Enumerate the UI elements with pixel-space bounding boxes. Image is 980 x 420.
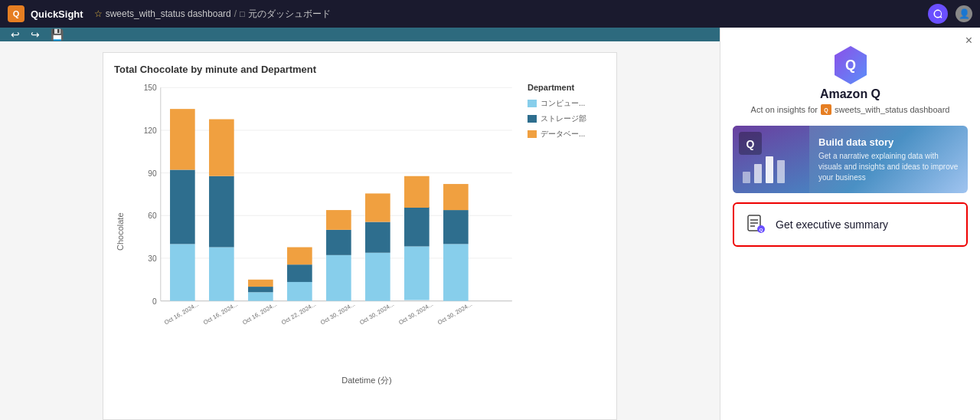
svg-text:Q: Q (760, 228, 763, 232)
svg-rect-52 (766, 156, 773, 183)
svg-rect-42 (443, 244, 469, 300)
svg-rect-23 (248, 287, 273, 292)
svg-text:Oct 16, 2024...: Oct 16, 2024... (241, 300, 278, 326)
svg-rect-35 (365, 222, 390, 253)
legend-title: Department (528, 83, 604, 92)
svg-text:Oct 22, 2024...: Oct 22, 2024... (280, 300, 317, 326)
svg-rect-43 (443, 210, 469, 244)
svg-rect-40 (404, 176, 430, 208)
toolbar: ↩ ↪ 💾 (0, 28, 720, 41)
breadcrumb: ☆ sweets_with_status dashboard / □ 元のダッシ… (94, 8, 331, 21)
close-button[interactable]: × (965, 34, 972, 48)
svg-text:120: 120 (144, 126, 157, 135)
breadcrumb-sep: / (234, 8, 237, 19)
quicksight-logo: Q (8, 5, 24, 22)
q-subtitle-icon: Q (821, 104, 831, 115)
card-build-content: Build data story Get a narrative explain… (809, 126, 968, 193)
brand-name: QuickSight (31, 8, 83, 20)
redo-button[interactable]: ↪ (28, 28, 43, 41)
q-subtitle: Act on insights for Q sweets_with_status… (751, 104, 950, 115)
topbar: Q QuickSight ☆ sweets_with_status dashbo… (0, 0, 980, 28)
svg-rect-27 (287, 264, 312, 282)
executive-summary-icon: Q (745, 214, 766, 235)
svg-text:30: 30 (148, 254, 157, 263)
svg-text:Oct 30, 2024...: Oct 30, 2024... (436, 300, 473, 326)
chart-inner: 150 120 90 60 30 0 (129, 80, 604, 383)
svg-rect-30 (326, 255, 351, 301)
q-logo-area: Q Amazon Q Act on insights for Q sweets_… (733, 43, 968, 115)
chart-legend: Department コンピュー... ストレージ部 (520, 80, 604, 372)
legend-label-1: コンピュー... (541, 98, 585, 109)
card-build-decoration (739, 149, 800, 187)
legend-color-1 (528, 100, 537, 107)
main-layout: ↩ ↪ 💾 Total Chocolate by minute and Depa… (0, 28, 980, 420)
svg-rect-53 (777, 160, 785, 183)
svg-text:Oct 16, 2024...: Oct 16, 2024... (163, 300, 200, 326)
q-icon[interactable] (928, 4, 948, 24)
svg-rect-20 (209, 120, 234, 176)
svg-rect-39 (404, 207, 430, 247)
chart-svg: 150 120 90 60 30 0 (129, 80, 520, 372)
q-subtitle-dashboard: sweets_with_status dashboard (835, 105, 949, 114)
card-build-image: Q (733, 126, 809, 193)
svg-rect-18 (209, 248, 234, 301)
svg-rect-51 (754, 164, 762, 183)
breadcrumb-dashboard[interactable]: sweets_with_status dashboard (106, 8, 231, 19)
svg-text:90: 90 (148, 169, 157, 178)
q-subtitle-prefix: Act on insights for (751, 105, 818, 114)
breadcrumb-star: ☆ (94, 8, 103, 19)
svg-rect-50 (743, 172, 750, 183)
svg-rect-14 (170, 244, 195, 300)
chart-area: Chocolate (114, 80, 604, 383)
q-panel: × Q Amazon Q Act on insights for Q sweet… (720, 28, 980, 420)
legend-label-3: データベー... (541, 129, 585, 139)
breadcrumb-sub[interactable]: 元のダッシュボード (248, 8, 331, 21)
svg-rect-15 (170, 170, 195, 244)
svg-rect-22 (248, 292, 273, 300)
topbar-right: 👤 (928, 4, 972, 24)
get-executive-summary-card[interactable]: Q Get executive summary (733, 202, 968, 247)
undo-button[interactable]: ↩ (8, 28, 23, 41)
svg-rect-19 (209, 176, 234, 248)
svg-rect-16 (170, 109, 195, 169)
svg-rect-36 (365, 193, 390, 221)
svg-text:150: 150 (144, 84, 157, 92)
svg-text:60: 60 (148, 212, 157, 220)
svg-rect-34 (365, 253, 390, 301)
svg-text:Oct 30, 2024...: Oct 30, 2024... (397, 300, 434, 326)
legend-color-2 (528, 115, 537, 123)
chart-panel: Total Chocolate by minute and Department… (0, 41, 720, 420)
svg-text:Oct 30, 2024...: Oct 30, 2024... (319, 300, 356, 326)
chart-title: Total Chocolate by minute and Department (114, 64, 604, 75)
legend-label-2: ストレージ部 (541, 113, 586, 124)
legend-item-2: ストレージ部 (528, 113, 604, 124)
legend-item-1: コンピュー... (528, 98, 604, 109)
build-data-story-card[interactable]: Q Build data story Get a narrative expla… (733, 126, 968, 193)
x-axis-label: Datetime (分) (129, 375, 604, 386)
card-build-title: Build data story (818, 136, 959, 148)
svg-rect-24 (248, 280, 273, 287)
legend-item-3: データベー... (528, 129, 604, 139)
svg-text:Oct 30, 2024...: Oct 30, 2024... (358, 300, 395, 326)
svg-rect-31 (326, 230, 351, 255)
save-button[interactable]: 💾 (47, 28, 67, 41)
amazon-q-logo: Q (828, 43, 873, 87)
legend-color-3 (528, 130, 537, 138)
svg-text:Q: Q (844, 57, 855, 73)
svg-rect-26 (287, 281, 312, 301)
svg-rect-38 (404, 246, 430, 300)
svg-rect-28 (287, 248, 312, 265)
chart-container: Total Chocolate by minute and Department… (103, 52, 617, 420)
left-panel: ↩ ↪ 💾 Total Chocolate by minute and Depa… (0, 28, 720, 420)
svg-text:Oct 16, 2024...: Oct 16, 2024... (202, 300, 239, 326)
executive-summary-label: Get executive summary (776, 218, 888, 231)
y-axis-label: Chocolate (114, 80, 126, 383)
svg-rect-32 (326, 210, 351, 230)
chart-and-legend: 150 120 90 60 30 0 (129, 80, 604, 372)
breadcrumb-sub-icon: □ (240, 9, 245, 18)
user-icon[interactable]: 👤 (956, 5, 972, 22)
card-build-description: Get a narrative explaining data with vis… (818, 151, 959, 183)
q-title: Amazon Q (820, 87, 880, 101)
svg-rect-44 (443, 184, 469, 210)
bars-area: 150 120 90 60 30 0 (129, 80, 520, 372)
